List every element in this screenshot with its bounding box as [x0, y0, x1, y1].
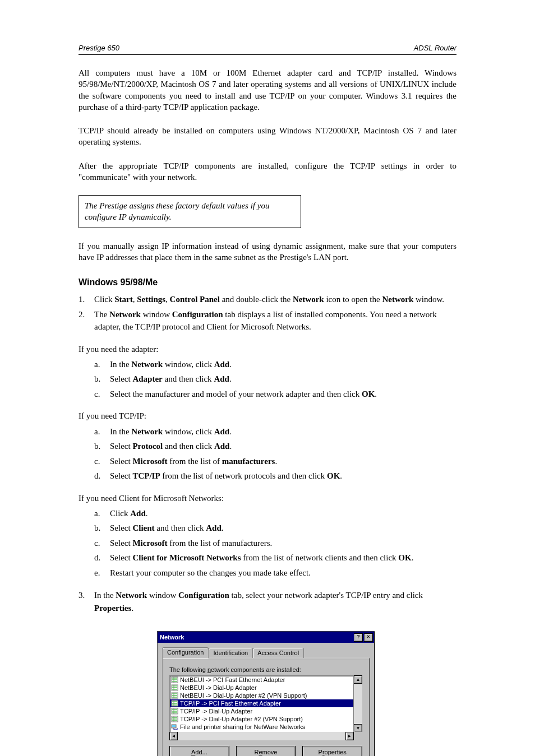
step-number: 3.: [79, 589, 94, 614]
protocol-icon: [171, 708, 178, 715]
list-item[interactable]: NetBEUI -> Dial-Up Adapter: [170, 684, 353, 692]
main-steps: 1. Click Start, Settings, Control Panel …: [79, 293, 456, 333]
list-item-label: TCP/IP -> PCI Fast Ethernet Adapter: [180, 700, 281, 707]
section-heading-windows9x: Windows 95/98/Me: [79, 277, 456, 287]
substep-b: b.Select Adapter and then click Add.: [94, 373, 456, 386]
add-button[interactable]: Add...: [169, 746, 229, 756]
scroll-down-button[interactable]: ▼: [354, 724, 362, 732]
main-steps-continued: 3. In the Network window Configuration t…: [79, 589, 456, 614]
network-dialog: Network ? × Configuration Identification…: [157, 631, 375, 756]
dialog-tabs: Configuration Identification Access Cont…: [158, 643, 374, 658]
scroll-up-button[interactable]: ▲: [354, 675, 362, 684]
tab-identification[interactable]: Identification: [208, 648, 253, 658]
substep-c: c.Select Microsoft from the list of manu…: [94, 537, 456, 550]
step-2: 2. The Network window Configuration tab …: [79, 308, 456, 333]
dialog-titlebar[interactable]: Network ? ×: [158, 632, 374, 643]
remove-button[interactable]: Remove: [236, 746, 296, 756]
tab-configuration[interactable]: Configuration: [162, 647, 209, 658]
substep-c: c.Select Microsoft from the list of manu…: [94, 455, 456, 468]
components-listbox[interactable]: NetBEUI -> PCI Fast Ethernet Adapter Net…: [169, 675, 354, 732]
substep-a: a.Click Add.: [94, 507, 456, 520]
close-button[interactable]: ×: [364, 633, 373, 642]
list-item-label: File and printer sharing for NetWare Net…: [180, 723, 305, 730]
scroll-track[interactable]: [354, 684, 362, 724]
substep-b: b.Select Client and then click Add.: [94, 522, 456, 535]
list-item[interactable]: NetBEUI -> Dial-Up Adapter #2 (VPN Suppo…: [170, 692, 353, 699]
step-3: 3. In the Network window Configuration t…: [79, 589, 456, 614]
protocol-icon: [171, 684, 178, 691]
dialog-title: Network: [160, 634, 353, 641]
scroll-right-button[interactable]: ►: [345, 732, 354, 740]
header-right: ADSL Router: [414, 44, 456, 52]
factory-defaults-note: The Prestige assigns these factory defau…: [79, 195, 301, 228]
substeps-tcpip: a.In the Network window, click Add. b.Se…: [94, 425, 456, 483]
after-note-paragraph: After the appropriate TCP/IP components …: [79, 160, 456, 183]
list-item-label: NetBEUI -> Dial-Up Adapter #2 (VPN Suppo…: [180, 692, 307, 699]
protocol-icon: [171, 700, 178, 707]
list-item-label: NetBEUI -> PCI Fast Ethernet Adapter: [180, 676, 285, 683]
list-item-selected[interactable]: TCP/IP -> PCI Fast Ethernet Adapter: [170, 699, 353, 707]
sub-lead-adapter: If you need the adapter:: [79, 344, 456, 355]
list-item[interactable]: File and printer sharing for NetWare Net…: [170, 723, 353, 731]
installed-components-label: The following network components are ins…: [169, 666, 362, 673]
list-item[interactable]: TCP/IP -> Dial-Up Adapter #2 (VPN Suppor…: [170, 715, 353, 723]
sub-lead-client: If you need Client for Microsoft Network…: [79, 493, 456, 504]
configuration-panel: The following network components are ins…: [162, 658, 370, 756]
protocol-icon: [171, 716, 178, 722]
intro-paragraph: All computers must have a 10M or 100M Et…: [79, 67, 456, 113]
svg-rect-31: [172, 725, 176, 727]
substeps-client: a.Click Add. b.Select Client and then cl…: [94, 507, 456, 579]
protocol-icon: [171, 692, 178, 699]
dialog-button-row: Add... Remove Properties: [169, 746, 362, 756]
dhcp-paragraph: If you manually assign IP information in…: [79, 240, 456, 263]
step-number: 2.: [79, 308, 94, 333]
substep-a: a.In the Network window, click Add.: [94, 358, 456, 371]
list-item[interactable]: TCP/IP -> Dial-Up Adapter: [170, 707, 353, 715]
substeps-adapter: a.In the Network window, click Add. b.Se…: [94, 358, 456, 401]
scroll-corner: [354, 732, 362, 740]
substep-c: c.Select the manufacturer and model of y…: [94, 388, 456, 401]
share-icon: [171, 723, 178, 730]
list-item-label: TCP/IP -> Dial-Up Adapter #2 (VPN Suppor…: [180, 716, 303, 722]
substep-d: d.Select TCP/IP from the list of network…: [94, 470, 456, 483]
list-item-label: TCP/IP -> Dial-Up Adapter: [180, 708, 252, 715]
step-1: 1. Click Start, Settings, Control Panel …: [79, 293, 456, 306]
tab-access-control[interactable]: Access Control: [252, 648, 304, 658]
step-number: 1.: [79, 293, 94, 306]
header-left: Prestige 650: [79, 44, 119, 52]
scroll-track[interactable]: [178, 732, 345, 740]
substep-d: d.Select Client for Microsoft Networks f…: [94, 551, 456, 564]
protocol-icon: [171, 676, 178, 683]
list-item-label: NetBEUI -> Dial-Up Adapter: [180, 684, 257, 691]
substep-b: b.Select Protocol and then click Add.: [94, 440, 456, 453]
properties-button[interactable]: Properties: [302, 746, 362, 756]
substep-e: e.Restart your computer so the changes y…: [94, 567, 456, 579]
scroll-left-button[interactable]: ◄: [169, 732, 178, 740]
header-rule: [79, 54, 456, 55]
vertical-scrollbar[interactable]: ▲ ▼: [354, 675, 362, 732]
running-header: Prestige 650 ADSL Router: [79, 44, 456, 52]
tcpip-note-paragraph: TCP/IP should already be installed on co…: [79, 125, 456, 148]
horizontal-scrollbar[interactable]: ◄ ►: [169, 732, 362, 740]
substep-a: a.In the Network window, click Add.: [94, 425, 456, 438]
sub-lead-tcpip: If you need TCP/IP:: [79, 410, 456, 421]
list-item[interactable]: NetBEUI -> PCI Fast Ethernet Adapter: [170, 676, 353, 684]
help-button[interactable]: ?: [354, 633, 363, 642]
